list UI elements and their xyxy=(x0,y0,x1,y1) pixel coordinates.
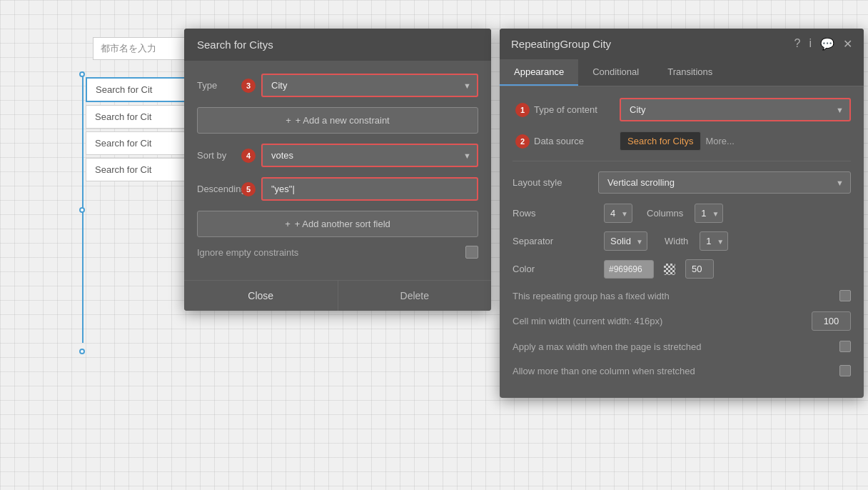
step5-badge: 5 xyxy=(241,182,256,196)
panel-header: RepeatingGroup City ? i 💬 ✕ xyxy=(500,29,864,59)
panel-tabs: Appearance Conditional Transitions xyxy=(500,59,864,86)
max-width-checkbox[interactable] xyxy=(839,341,851,352)
canvas-input: 都市名を入力 xyxy=(93,37,186,60)
columns-select[interactable]: 1 xyxy=(695,204,723,223)
data-source-link[interactable]: Search for Citys xyxy=(620,131,701,151)
search-dialog-body: Type 3 City ▼ + + Add a new constraint S… xyxy=(184,61,491,280)
add-constraint-icon: + xyxy=(286,115,291,126)
columns-label: Columns xyxy=(647,208,683,219)
close-button[interactable]: Close xyxy=(184,281,338,311)
comment-icon[interactable]: 💬 xyxy=(820,37,834,51)
tab-conditional[interactable]: Conditional xyxy=(578,59,653,86)
canvas-handle-middle[interactable] xyxy=(79,207,85,213)
fixed-width-row: This repeating group has a fixed width xyxy=(513,287,851,304)
divider-1 xyxy=(513,161,851,161)
color-checker[interactable] xyxy=(664,264,675,275)
type-select[interactable]: City xyxy=(261,74,478,97)
rows-label: Rows xyxy=(513,208,598,219)
separator-wrap: Solid ▼ xyxy=(604,231,647,251)
data-source-more[interactable]: More... xyxy=(705,136,734,146)
color-label: Color xyxy=(513,264,598,274)
multi-column-text: Allow more than one column when stretche… xyxy=(513,366,695,376)
sort-select[interactable]: votes xyxy=(261,144,478,167)
type-of-content-select[interactable]: City xyxy=(620,98,851,121)
canvas-item-3: Search for Cit xyxy=(86,131,189,155)
layout-style-control: Vertical scrolling ▼ xyxy=(598,171,851,194)
separator-label: Separator xyxy=(513,236,598,246)
repeating-group-panel: RepeatingGroup City ? i 💬 ✕ Appearance C… xyxy=(500,29,864,398)
type-row: Type 3 City ▼ xyxy=(197,74,478,97)
max-width-row: Apply a max width when the page is stret… xyxy=(513,338,851,355)
width-label: Width xyxy=(665,236,688,246)
color-hex: #969696 xyxy=(609,264,642,274)
cell-min-input[interactable] xyxy=(812,311,851,331)
separator-row: Separator Solid ▼ Width 1 ▼ xyxy=(513,231,851,251)
tab-appearance[interactable]: Appearance xyxy=(500,59,578,86)
tab-transitions[interactable]: Transitions xyxy=(653,59,727,86)
delete-button[interactable]: Delete xyxy=(338,281,492,311)
canvas-item-2: Search for Cit xyxy=(86,105,189,129)
ignore-checkbox[interactable] xyxy=(465,246,478,259)
step4-badge: 4 xyxy=(241,149,256,163)
help-icon[interactable]: ? xyxy=(794,37,801,51)
rows-columns-row: Rows 4 ▼ Columns 1 ▼ xyxy=(513,204,851,223)
color-row: Color #969696 xyxy=(513,259,851,279)
color-swatch[interactable]: #969696 xyxy=(604,260,654,279)
fixed-width-checkbox[interactable] xyxy=(839,290,851,301)
ignore-label: Ignore empty constraints xyxy=(197,247,298,258)
descending-row: Descending 5 xyxy=(197,177,478,201)
data-source-control: Search for Citys More... xyxy=(620,131,851,151)
type-of-content-label: Type of content xyxy=(534,104,620,115)
add-constraint-button[interactable]: + + Add a new constraint xyxy=(197,107,478,134)
multi-column-checkbox[interactable] xyxy=(839,365,851,376)
search-dialog-footer: Close Delete xyxy=(184,280,491,311)
search-dialog: Search for Citys Type 3 City ▼ + + Add a… xyxy=(184,29,491,311)
separator-select[interactable]: Solid xyxy=(604,231,647,251)
step3-badge: 3 xyxy=(241,79,256,93)
add-constraint-label: + Add a new constraint xyxy=(296,115,390,126)
step2-badge: 2 xyxy=(515,134,530,149)
layout-style-select[interactable]: Vertical scrolling xyxy=(598,171,851,194)
add-sort-label: + Add another sort field xyxy=(295,219,390,229)
descending-input[interactable] xyxy=(261,177,478,201)
search-dialog-header: Search for Citys xyxy=(184,29,491,61)
descending-control: 5 xyxy=(261,177,478,201)
add-sort-icon: + xyxy=(285,219,291,229)
max-width-text: Apply a max width when the page is stret… xyxy=(513,341,701,352)
canvas-items: Search for Cit Search for Cit Search for… xyxy=(86,77,189,184)
step1-badge: 1 xyxy=(515,103,530,117)
search-dialog-title: Search for Citys xyxy=(197,39,273,51)
width-wrap: 1 ▼ xyxy=(700,231,728,251)
canvas-handle-top[interactable] xyxy=(79,71,85,77)
cell-min-text: Cell min width (current width: 416px) xyxy=(513,316,662,326)
canvas-item-4: Search for Cit xyxy=(86,158,189,181)
canvas-item-1: Search for Cit xyxy=(86,77,189,102)
panel-title: RepeatingGroup City xyxy=(511,38,611,50)
close-icon[interactable]: ✕ xyxy=(843,37,852,51)
rows-wrap: 4 ▼ xyxy=(604,204,632,223)
data-source-row: 2 Data source Search for Citys More... xyxy=(534,131,851,151)
cell-min-row: Cell min width (current width: 416px) xyxy=(513,311,851,331)
multi-column-row: Allow more than one column when stretche… xyxy=(513,362,851,379)
panel-body: 1 Type of content City ▼ 2 Data source S… xyxy=(500,86,864,398)
width-select[interactable]: 1 xyxy=(700,231,728,251)
canvas-handle-bottom[interactable] xyxy=(79,349,85,354)
layout-style-label: Layout style xyxy=(513,177,598,188)
layout-style-row: Layout style Vertical scrolling ▼ xyxy=(513,171,851,194)
sort-by-control: 4 votes ▼ xyxy=(261,144,478,167)
type-of-content-row: 1 Type of content City ▼ xyxy=(534,98,851,121)
type-control: 3 City ▼ xyxy=(261,74,478,97)
columns-wrap: 1 ▼ xyxy=(695,204,723,223)
panel-icon-group: ? i 💬 ✕ xyxy=(794,37,852,51)
info-icon[interactable]: i xyxy=(809,37,812,51)
sort-by-row: Sort by 4 votes ▼ xyxy=(197,144,478,167)
rows-select[interactable]: 4 xyxy=(604,204,632,223)
add-sort-button[interactable]: + + Add another sort field xyxy=(197,211,478,237)
fixed-width-text: This repeating group has a fixed width xyxy=(513,291,670,301)
data-source-label: Data source xyxy=(534,136,620,146)
type-of-content-control: City ▼ xyxy=(620,98,851,121)
ignore-row: Ignore empty constraints xyxy=(197,246,478,259)
opacity-input[interactable] xyxy=(685,259,714,279)
